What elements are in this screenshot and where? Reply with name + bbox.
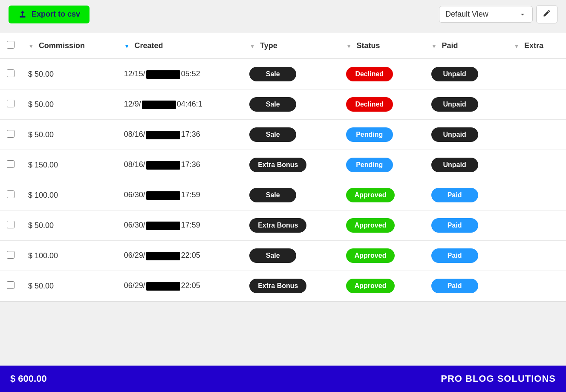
row-status: Declined [339,89,424,120]
row-checkbox[interactable] [7,251,14,259]
row-type: Extra Bonus [243,210,339,241]
row-checkbox[interactable] [7,221,14,228]
row-extra [507,150,566,180]
row-checkbox-cell[interactable] [0,271,21,301]
sort-icon-type: ▼ [249,43,255,49]
edit-button[interactable] [536,5,557,23]
row-commission: $ 50.00 [21,210,117,241]
redacted-date [146,191,180,200]
pencil-icon [543,9,551,17]
row-paid: Unpaid [424,120,507,150]
header-status[interactable]: ▼ Status [339,33,424,59]
row-status: Pending [339,120,424,150]
upload-icon [18,10,27,19]
header-type[interactable]: ▼ Type [243,33,339,59]
row-extra [507,89,566,120]
status-badge: Pending [346,158,393,172]
status-badge: Approved [346,279,395,293]
header-extra[interactable]: ▼ Extra [507,33,566,59]
status-badge: Approved [346,188,395,202]
view-selector[interactable]: Default View [439,6,533,23]
row-status: Approved [339,180,424,210]
type-badge: Sale [249,127,296,142]
row-checkbox[interactable] [7,281,14,289]
table-row: $ 100.00 06/30/17:59 Sale Approved Paid [0,180,566,210]
header-created[interactable]: ▼ Created [117,33,243,59]
row-paid: Unpaid [424,150,507,180]
row-commission: $ 150.00 [21,150,117,180]
sort-icon-commission: ▼ [28,43,34,49]
header-commission[interactable]: ▼ Commission [21,33,117,59]
row-checkbox-cell[interactable] [0,180,21,210]
view-selector-label: Default View [445,10,488,19]
sort-icon-status: ▼ [346,43,352,49]
row-commission: $ 50.00 [21,271,117,301]
row-type: Extra Bonus [243,150,339,180]
type-badge: Extra Bonus [249,158,306,172]
table-row: $ 100.00 06/29/22:05 Sale Approved Paid [0,241,566,271]
row-extra [507,271,566,301]
sort-icon-extra: ▼ [514,43,520,49]
row-checkbox[interactable] [7,130,14,138]
sort-icon-created: ▼ [124,43,130,49]
row-checkbox[interactable] [7,190,14,198]
redacted-date [146,252,180,260]
row-paid: Paid [424,271,507,301]
type-badge: Sale [249,97,296,112]
status-badge: Approved [346,218,395,233]
export-csv-button[interactable]: Export to csv [9,6,90,23]
header-checkbox[interactable] [0,33,21,59]
type-badge: Extra Bonus [249,218,306,233]
redacted-date [146,70,180,79]
status-badge: Pending [346,127,393,142]
row-commission: $ 50.00 [21,89,117,120]
row-commission: $ 50.00 [21,120,117,150]
row-extra [507,180,566,210]
type-badge: Extra Bonus [249,279,306,293]
toolbar: Export to csv Default View [0,0,566,29]
redacted-date [142,101,176,109]
paid-badge: Unpaid [431,158,478,172]
row-date: 06/29/22:05 [117,241,243,271]
row-checkbox-cell[interactable] [0,120,21,150]
row-status: Approved [339,210,424,241]
select-all-checkbox[interactable] [7,41,14,49]
row-checkbox[interactable] [7,69,14,77]
row-checkbox[interactable] [7,160,14,168]
footer-total: $ 600.00 [10,373,47,384]
table-row: $ 50.00 08/16/17:36 Sale Pending Unpaid [0,120,566,150]
chevron-down-icon [519,11,526,18]
row-date: 06/29/22:05 [117,271,243,301]
paid-badge: Unpaid [431,127,478,142]
row-type: Sale [243,241,339,271]
type-badge: Sale [249,248,296,263]
row-paid: Paid [424,180,507,210]
header-paid[interactable]: ▼ Paid [424,33,507,59]
row-paid: Unpaid [424,89,507,120]
row-checkbox-cell[interactable] [0,150,21,180]
data-table: ▼ Commission ▼ Created ▼ Type ▼ Status ▼ [0,33,566,302]
row-checkbox-cell[interactable] [0,89,21,120]
row-date: 12/9/04:46:1 [117,89,243,120]
row-commission: $ 50.00 [21,59,117,89]
table-row: $ 50.00 12/9/04:46:1 Sale Declined Unpai… [0,89,566,120]
row-status: Pending [339,150,424,180]
row-date: 06/30/17:59 [117,210,243,241]
status-badge: Declined [346,67,393,81]
redacted-date [146,131,180,139]
status-badge: Approved [346,248,395,263]
status-badge: Declined [346,97,393,112]
paid-badge: Paid [431,248,478,263]
row-date: 08/16/17:36 [117,120,243,150]
paid-badge: Unpaid [431,67,478,81]
row-checkbox[interactable] [7,100,14,107]
paid-badge: Unpaid [431,97,478,112]
redacted-date [146,161,180,170]
row-checkbox-cell[interactable] [0,59,21,89]
row-checkbox-cell[interactable] [0,241,21,271]
row-checkbox-cell[interactable] [0,210,21,241]
footer-bar: $ 600.00 PRO BLOG SOLUTIONS [0,366,566,392]
redacted-date [146,282,180,291]
row-commission: $ 100.00 [21,180,117,210]
redacted-date [146,222,180,230]
